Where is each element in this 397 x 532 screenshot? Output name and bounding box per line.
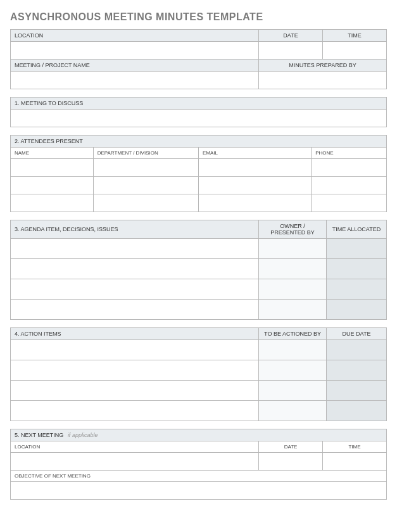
action-item[interactable] (11, 340, 259, 360)
label-next-date: DATE (259, 441, 323, 453)
action-due[interactable] (326, 381, 386, 401)
action-by[interactable] (259, 381, 327, 401)
attendee-name[interactable] (11, 194, 94, 212)
page-title: ASYNCHRONOUS MEETING MINUTES TEMPLATE (10, 11, 387, 23)
attendee-email[interactable] (198, 159, 311, 177)
agenda-time[interactable] (326, 259, 386, 279)
attendee-phone[interactable] (312, 194, 387, 212)
section-attendees-present: 2. ATTENDEES PRESENT NAME DEPARTMENT / D… (10, 135, 387, 212)
agenda-item[interactable] (11, 279, 259, 300)
col-email: EMAIL (198, 148, 311, 159)
label-meeting-project-name: MEETING / PROJECT NAME (11, 60, 259, 72)
label-meeting-to-discuss: 1. MEETING TO DISCUSS (11, 98, 387, 110)
attendee-department[interactable] (93, 159, 198, 177)
label-next-meeting: 5. NEXT MEETING if applicable (11, 429, 387, 441)
section-next-meeting: 5. NEXT MEETING if applicable LOCATION D… (10, 429, 387, 500)
col-phone: PHONE (312, 148, 387, 159)
label-time: TIME (323, 30, 387, 42)
agenda-time[interactable] (326, 300, 386, 320)
section-action-items: 4. ACTION ITEMS TO BE ACTIONED BY DUE DA… (10, 327, 387, 421)
agenda-owner[interactable] (259, 259, 327, 279)
label-next-location: LOCATION (11, 441, 259, 453)
agenda-owner[interactable] (259, 239, 327, 259)
agenda-time[interactable] (326, 279, 386, 300)
action-due[interactable] (326, 340, 386, 360)
field-date[interactable] (259, 42, 323, 60)
col-name: NAME (11, 148, 94, 159)
action-item[interactable] (11, 401, 259, 421)
field-minutes-prepared-by[interactable] (259, 72, 387, 89)
attendee-name[interactable] (11, 177, 94, 194)
action-item[interactable] (11, 381, 259, 401)
agenda-time[interactable] (326, 239, 386, 259)
attendee-phone[interactable] (312, 177, 387, 194)
label-next-time: TIME (323, 441, 387, 453)
field-time[interactable] (323, 42, 387, 60)
agenda-item[interactable] (11, 300, 259, 320)
attendee-department[interactable] (93, 194, 198, 212)
agenda-item[interactable] (11, 239, 259, 259)
action-item[interactable] (11, 360, 259, 381)
field-next-time[interactable] (323, 453, 387, 471)
section5-note: if applicable (68, 432, 98, 438)
col-department: DEPARTMENT / DIVISION (93, 148, 198, 159)
section-meeting-to-discuss: 1. MEETING TO DISCUSS (10, 97, 387, 127)
label-objective: OBJECTIVE OF NEXT MEETING (11, 471, 387, 482)
action-by[interactable] (259, 340, 327, 360)
col-actioned-by: TO BE ACTIONED BY (259, 328, 327, 340)
section-agenda-items: 3. AGENDA ITEM, DECISIONS, ISSUES OWNER … (10, 220, 387, 320)
attendee-name[interactable] (11, 159, 94, 177)
label-action-items: 4. ACTION ITEMS (11, 328, 259, 340)
attendee-phone[interactable] (312, 159, 387, 177)
col-time-allocated: TIME ALLOCATED (326, 220, 386, 239)
col-due-date: DUE DATE (326, 328, 386, 340)
field-next-date[interactable] (259, 453, 323, 471)
field-location[interactable] (11, 42, 259, 60)
field-meeting-to-discuss[interactable] (11, 110, 387, 127)
section5-title: 5. NEXT MEETING (15, 432, 63, 438)
label-date: DATE (259, 30, 323, 42)
field-objective[interactable] (11, 482, 387, 500)
field-meeting-project-name[interactable] (11, 72, 259, 89)
label-attendees-present: 2. ATTENDEES PRESENT (11, 136, 387, 148)
attendee-email[interactable] (198, 194, 311, 212)
agenda-owner[interactable] (259, 279, 327, 300)
col-owner: OWNER / PRESENTED BY (259, 220, 327, 239)
label-minutes-prepared-by: MINUTES PREPARED BY (259, 60, 387, 72)
action-by[interactable] (259, 360, 327, 381)
agenda-item[interactable] (11, 259, 259, 279)
label-agenda-items: 3. AGENDA ITEM, DECISIONS, ISSUES (11, 220, 259, 239)
action-due[interactable] (326, 360, 386, 381)
action-due[interactable] (326, 401, 386, 421)
attendee-department[interactable] (93, 177, 198, 194)
field-next-location[interactable] (11, 453, 259, 471)
attendee-email[interactable] (198, 177, 311, 194)
agenda-owner[interactable] (259, 300, 327, 320)
header-table: LOCATION DATE TIME MEETING / PROJECT NAM… (10, 29, 387, 89)
action-by[interactable] (259, 401, 327, 421)
label-location: LOCATION (11, 30, 259, 42)
